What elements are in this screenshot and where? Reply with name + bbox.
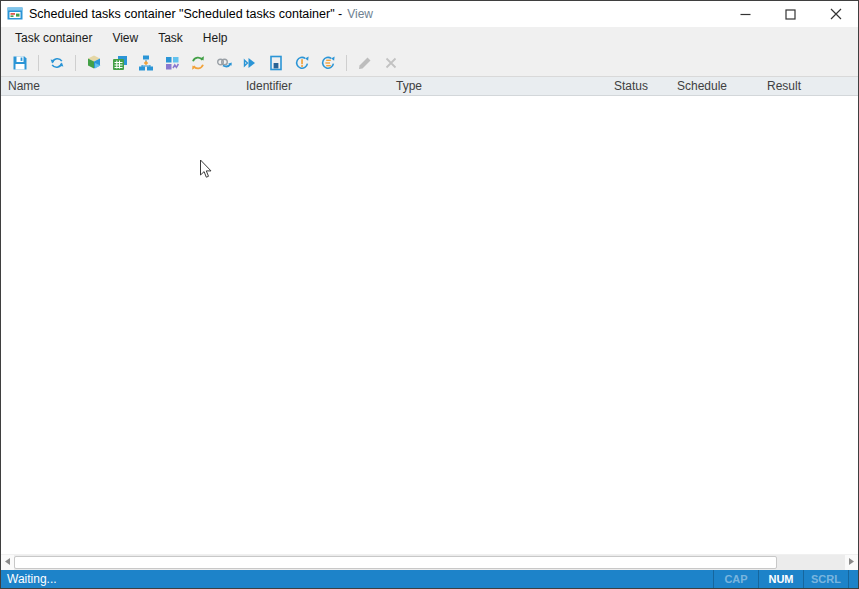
data-cube-icon (86, 55, 102, 71)
refresh-icon (49, 55, 65, 71)
toolbar-separator (75, 55, 76, 71)
window-title-view: View (347, 7, 373, 21)
refresh-schedule-icon (320, 55, 336, 71)
performance-blocks-button[interactable] (160, 51, 184, 75)
app-window: Scheduled tasks container "Scheduled tas… (0, 0, 859, 589)
table-header: Name Identifier Type Status Schedule Res… (1, 77, 858, 96)
app-icon (7, 6, 23, 22)
column-header-result[interactable]: Result (760, 79, 858, 93)
statusbar-tail (848, 569, 858, 588)
column-header-identifier[interactable]: Identifier (239, 79, 389, 93)
save-icon (12, 55, 28, 71)
close-button[interactable] (813, 1, 858, 27)
menu-task-container[interactable]: Task container (5, 28, 102, 48)
num-lock-indicator: NUM (758, 569, 803, 588)
maximize-icon (785, 9, 796, 20)
caps-lock-indicator: CAP (713, 569, 758, 588)
toolbar (1, 49, 858, 77)
title-bar: Scheduled tasks container "Scheduled tas… (1, 1, 858, 27)
scroll-right-icon (849, 558, 854, 567)
refresh-schedule-button[interactable] (316, 51, 340, 75)
recurring-task-button[interactable] (186, 51, 210, 75)
minimize-icon (740, 9, 751, 20)
scroll-lock-indicator: SCRL (803, 569, 848, 588)
close-icon (830, 8, 842, 20)
horizontal-scrollbar (1, 554, 858, 569)
scroll-right-button[interactable] (845, 555, 858, 570)
edit-icon (357, 55, 373, 71)
menu-help[interactable]: Help (193, 28, 238, 48)
column-header-status[interactable]: Status (607, 79, 670, 93)
toolbar-separator (38, 55, 39, 71)
status-bar: Waiting... CAP NUM SCRL (1, 569, 858, 588)
task-list-area[interactable] (1, 96, 858, 554)
scrollbar-thumb[interactable] (14, 556, 777, 569)
column-header-type[interactable]: Type (389, 79, 607, 93)
structure-button[interactable] (134, 51, 158, 75)
delete-button[interactable] (379, 51, 403, 75)
scroll-left-icon (5, 558, 10, 567)
edit-button[interactable] (353, 51, 377, 75)
save-button[interactable] (8, 51, 32, 75)
spreadsheet-button[interactable] (108, 51, 132, 75)
links-button[interactable] (212, 51, 236, 75)
column-header-schedule[interactable]: Schedule (670, 79, 760, 93)
status-message: Waiting... (1, 572, 713, 586)
run-icon (242, 55, 258, 71)
menu-view[interactable]: View (102, 28, 148, 48)
recurring-task-icon (190, 55, 206, 71)
container-button[interactable] (264, 51, 288, 75)
toolbar-separator (346, 55, 347, 71)
refresh-status-icon (294, 55, 310, 71)
structure-icon (138, 55, 154, 71)
spreadsheet-icon (112, 55, 128, 71)
mouse-cursor (199, 159, 213, 184)
minimize-button[interactable] (723, 1, 768, 27)
performance-blocks-icon (164, 55, 180, 71)
data-cube-button[interactable] (82, 51, 106, 75)
window-title: Scheduled tasks container "Scheduled tas… (29, 7, 342, 21)
refresh-status-button[interactable] (290, 51, 314, 75)
menu-bar: Task container View Task Help (1, 27, 858, 49)
scroll-left-button[interactable] (1, 555, 14, 570)
refresh-button[interactable] (45, 51, 69, 75)
maximize-button[interactable] (768, 1, 813, 27)
menu-task[interactable]: Task (148, 28, 193, 48)
run-button[interactable] (238, 51, 262, 75)
links-icon (216, 55, 232, 71)
column-header-name[interactable]: Name (1, 79, 239, 93)
delete-icon (383, 55, 399, 71)
container-icon (268, 55, 284, 71)
